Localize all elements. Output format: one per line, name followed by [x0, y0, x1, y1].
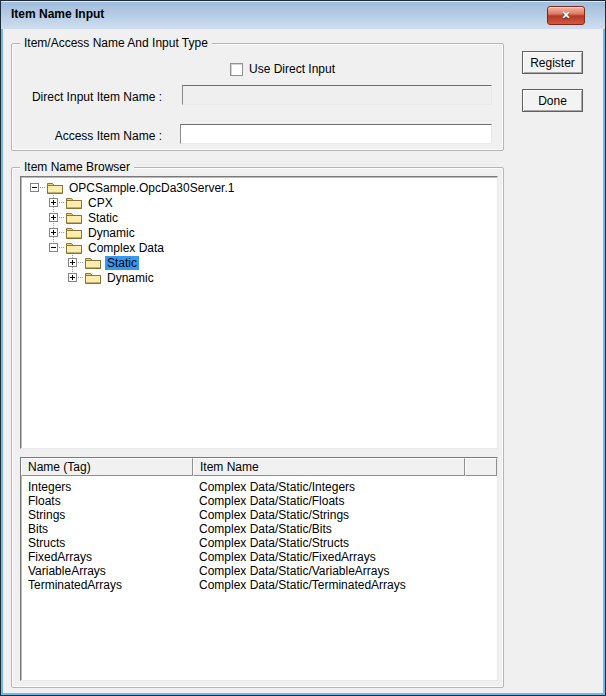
titlebar[interactable]: Item Name Input ✕: [1, 1, 605, 29]
tree-item[interactable]: CPX: [21, 195, 497, 210]
tree-item[interactable]: Static: [21, 210, 497, 225]
tree-item[interactable]: Static: [21, 255, 497, 270]
cell-name-tag: Floats: [21, 494, 193, 508]
tree-item-label[interactable]: OPCSample.OpcDa30Server.1: [67, 181, 236, 195]
tree-item[interactable]: Dynamic: [21, 225, 497, 240]
cell-name-tag: FixedArrays: [21, 550, 193, 564]
cell-item-name: Complex Data/Static/Integers: [193, 480, 497, 494]
collapse-minus-icon[interactable]: [30, 183, 39, 192]
column-header[interactable]: Name (Tag): [21, 458, 193, 476]
expand-plus-icon[interactable]: [49, 198, 58, 207]
window-title: Item Name Input: [11, 1, 104, 28]
access-item-name-field[interactable]: [180, 124, 492, 144]
cell-item-name: Complex Data/Static/Structs: [193, 536, 497, 550]
cell-name-tag: Strings: [21, 508, 193, 522]
tree-connector: [78, 277, 84, 278]
tree-connector: [59, 202, 65, 203]
list-body: IntegersComplex Data/Static/IntegersFloa…: [21, 476, 497, 680]
item-name-browser-title: Item Name Browser: [20, 160, 134, 174]
table-row[interactable]: BitsComplex Data/Static/Bits: [21, 522, 497, 536]
tree-item[interactable]: OPCSample.OpcDa30Server.1: [21, 180, 497, 195]
item-list: Name (Tag)Item Name IntegersComplex Data…: [20, 457, 498, 681]
access-item-name-label: Access Item Name :: [22, 129, 162, 143]
cell-name-tag: Structs: [21, 536, 193, 550]
table-row[interactable]: VariableArraysComplex Data/Static/Variab…: [21, 564, 497, 578]
item-name-browser-groupbox: Item Name Browser OPCSample.OpcDa30Serve…: [11, 167, 504, 688]
table-row[interactable]: TerminatedArraysComplex Data/Static/Term…: [21, 578, 497, 592]
folder-icon: [85, 271, 101, 284]
tree-item[interactable]: Complex Data: [21, 240, 497, 255]
tree-connector: [59, 217, 65, 218]
direct-input-item-name-field[interactable]: [182, 85, 492, 105]
tree-connector: [59, 247, 65, 248]
list-header: Name (Tag)Item Name: [21, 458, 497, 476]
tree-item-label-selected[interactable]: Static: [105, 256, 139, 270]
tree-item[interactable]: Dynamic: [21, 270, 497, 285]
direct-input-item-name-label: Direct Input Item Name :: [22, 90, 162, 104]
cell-item-name: Complex Data/Static/Floats: [193, 494, 497, 508]
cell-name-tag: Integers: [21, 480, 193, 494]
tree-connector: [59, 232, 65, 233]
table-row[interactable]: IntegersComplex Data/Static/Integers: [21, 480, 497, 494]
expand-plus-icon[interactable]: [68, 258, 77, 267]
tree-item-label[interactable]: Static: [86, 211, 120, 225]
input-type-groupbox: Item/Access Name And Input Type Use Dire…: [11, 43, 504, 151]
register-button[interactable]: Register: [522, 51, 583, 74]
item-name-input-dialog: Item Name Input ✕ Item/Access Name And I…: [0, 0, 606, 696]
table-row[interactable]: FloatsComplex Data/Static/Floats: [21, 494, 497, 508]
done-button[interactable]: Done: [522, 89, 583, 112]
expand-plus-icon[interactable]: [68, 273, 77, 282]
cell-name-tag: VariableArrays: [21, 564, 193, 578]
cell-name-tag: Bits: [21, 522, 193, 536]
column-header-filler: [465, 458, 497, 476]
column-header[interactable]: Item Name: [193, 458, 465, 476]
expand-plus-icon[interactable]: [49, 213, 58, 222]
table-row[interactable]: FixedArraysComplex Data/Static/FixedArra…: [21, 550, 497, 564]
folder-icon: [66, 241, 82, 254]
table-row[interactable]: StructsComplex Data/Static/Structs: [21, 536, 497, 550]
close-button[interactable]: ✕: [547, 6, 585, 25]
expand-plus-icon[interactable]: [49, 228, 58, 237]
cell-item-name: Complex Data/Static/VariableArrays: [193, 564, 497, 578]
folder-icon: [66, 226, 82, 239]
item-tree[interactable]: OPCSample.OpcDa30Server.1CPXStaticDynami…: [20, 176, 498, 449]
folder-icon: [66, 196, 82, 209]
cell-name-tag: TerminatedArrays: [21, 578, 193, 592]
cell-item-name: Complex Data/Static/Bits: [193, 522, 497, 536]
close-icon: ✕: [561, 9, 570, 21]
input-type-groupbox-title: Item/Access Name And Input Type: [20, 36, 212, 50]
cell-item-name: Complex Data/Static/TerminatedArrays: [193, 578, 497, 592]
folder-icon: [85, 256, 101, 269]
collapse-minus-icon[interactable]: [49, 243, 58, 252]
tree-item-label[interactable]: Complex Data: [86, 241, 166, 255]
folder-icon: [47, 181, 63, 194]
tree-connector: [40, 187, 46, 188]
folder-icon: [66, 211, 82, 224]
tree-item-label[interactable]: CPX: [86, 196, 115, 210]
use-direct-input-checkbox[interactable]: [230, 63, 243, 76]
table-row[interactable]: StringsComplex Data/Static/Strings: [21, 508, 497, 522]
cell-item-name: Complex Data/Static/FixedArrays: [193, 550, 497, 564]
cell-item-name: Complex Data/Static/Strings: [193, 508, 497, 522]
tree-connector: [78, 262, 84, 263]
use-direct-input-label: Use Direct Input: [249, 62, 335, 76]
tree-item-label[interactable]: Dynamic: [105, 271, 156, 285]
use-direct-input-row[interactable]: Use Direct Input: [230, 62, 335, 76]
tree-item-label[interactable]: Dynamic: [86, 226, 137, 240]
